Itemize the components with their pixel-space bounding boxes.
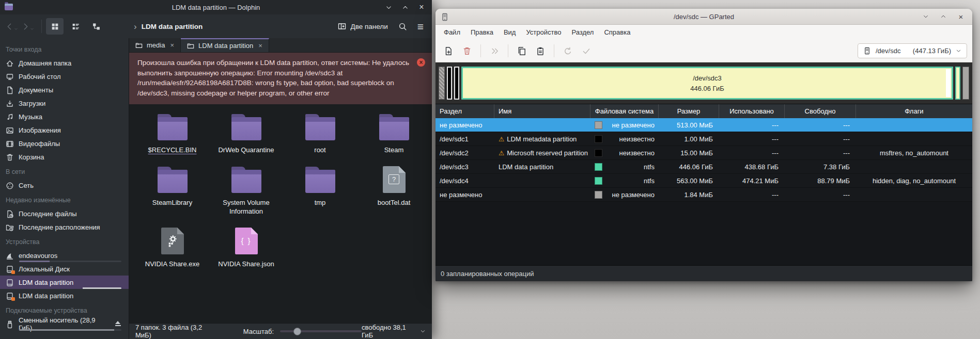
forward-button[interactable]: [21, 22, 34, 31]
maximize-icon[interactable]: [939, 12, 947, 21]
paste-button[interactable]: [533, 43, 548, 59]
file-item-tmp[interactable]: tmp: [286, 166, 355, 216]
details-view-button[interactable]: [67, 18, 84, 35]
column-header-partition[interactable]: Раздел: [435, 104, 494, 118]
sidebar-item-recent-locations[interactable]: Последние расположения: [0, 220, 129, 234]
home-icon: [6, 59, 14, 67]
sidebar-item-network[interactable]: Сеть: [0, 179, 129, 192]
sidebar-item-ldm-data-partition-2[interactable]: LDM data partition: [0, 289, 129, 302]
file-item-recycle-bin[interactable]: $RECYCLE.BIN: [138, 114, 207, 155]
partition-segment-unallocated[interactable]: [439, 67, 445, 100]
table-row-sdc3[interactable]: /dev/sdc3 LDM data partition ntfs 446.06…: [435, 160, 972, 174]
new-partition-button[interactable]: [441, 43, 456, 59]
sidebar-item-removable-media[interactable]: Сменный носитель (28,9 ГиБ): [0, 317, 129, 331]
file-item-steamlibrary[interactable]: SteamLibrary: [138, 166, 207, 216]
folder-icon: [158, 170, 188, 193]
menu-partition[interactable]: Раздел: [566, 26, 599, 39]
search-button[interactable]: [398, 22, 407, 31]
device-selector[interactable]: /dev/sdc (447.13 ГиБ): [858, 43, 967, 58]
menu-device[interactable]: Устройство: [521, 26, 566, 39]
file-item-root[interactable]: root: [286, 114, 355, 155]
sidebar-item-videos[interactable]: Видеофайлы: [0, 137, 129, 150]
disk-partition-bar: /dev/sdc3 446.06 ГиБ: [439, 67, 969, 100]
partition-segment-sdc3[interactable]: /dev/sdc3 446.06 ГиБ: [461, 67, 953, 100]
sidebar-item-downloads[interactable]: Загрузки: [0, 96, 129, 110]
column-header-size[interactable]: Размер: [659, 104, 719, 118]
sidebar-item-trash[interactable]: Корзина: [0, 150, 129, 164]
gparted-menubar: Файл Правка Вид Устройство Раздел Справк…: [435, 25, 972, 40]
file-item-nvidia-share-json[interactable]: { }NVIDIA Share.json: [212, 228, 281, 269]
column-header-name[interactable]: Имя: [494, 104, 590, 118]
file-item-system-volume-information[interactable]: System Volume Information: [212, 166, 281, 216]
sidebar-item-home[interactable]: Домашняя папка: [0, 56, 129, 70]
sidebar-item-desktop[interactable]: Рабочий стол: [0, 70, 129, 83]
tab-close-icon[interactable]: ×: [170, 41, 174, 49]
partition-segment-sdc1[interactable]: [447, 67, 452, 100]
partition-segment-sdc4[interactable]: [955, 67, 960, 100]
fs-color-swatch: [595, 135, 602, 143]
file-item-boottel-dat[interactable]: ?bootTel.dat: [360, 166, 429, 216]
undo-button[interactable]: [560, 43, 575, 59]
breadcrumb-label[interactable]: LDM data partition: [142, 23, 203, 30]
sidebar-item-images[interactable]: Изображения: [0, 123, 129, 137]
zoom-slider-handle[interactable]: [293, 328, 301, 335]
zoom-slider[interactable]: [280, 330, 362, 332]
maximize-icon[interactable]: [401, 3, 409, 11]
dolphin-titlebar[interactable]: LDM data partition — Dolphin ×: [0, 0, 432, 14]
tree-view-button[interactable]: [87, 18, 105, 35]
column-header-used[interactable]: Использовано: [719, 104, 785, 118]
table-row-sdc2[interactable]: /dev/sdc2 ⚠Microsoft reserved partition …: [435, 146, 972, 160]
tab-label[interactable]: LDM data partition: [198, 42, 253, 50]
sidebar-item-documents[interactable]: Документы: [0, 83, 129, 96]
copy-button[interactable]: [514, 43, 530, 59]
resize-move-button[interactable]: [487, 43, 502, 59]
file-item-nvidia-share-exe[interactable]: NVIDIA Share.exe: [138, 228, 207, 269]
search-icon: [398, 22, 407, 31]
network-icon: [6, 181, 14, 189]
menu-help[interactable]: Справка: [599, 26, 635, 39]
menu-edit[interactable]: Правка: [465, 26, 499, 39]
sidebar-item-ldm-data-partition[interactable]: LDM data partition: [0, 276, 129, 289]
minimize-icon[interactable]: [384, 3, 393, 11]
column-header-filesystem[interactable]: Файловая система: [590, 104, 659, 118]
toolbar-separator: [554, 44, 554, 57]
items-summary: 7 папок. 3 файла (3,2 МиБ): [135, 324, 213, 339]
close-icon[interactable]: ×: [957, 12, 965, 21]
sidebar-item-local-disk[interactable]: Локальный Диск: [0, 262, 129, 276]
tab-media[interactable]: media ×: [129, 38, 181, 52]
breadcrumb[interactable]: › LDM data partition: [134, 22, 203, 31]
tab-label[interactable]: media: [147, 41, 165, 49]
close-icon[interactable]: ×: [417, 3, 426, 11]
table-row-unallocated-1[interactable]: не размечено не размечено 513.00 МиБ ---…: [435, 118, 972, 132]
sidebar-item-recent-files[interactable]: Последние файлы: [0, 207, 129, 220]
folder-icon: [158, 117, 188, 140]
column-header-flags[interactable]: Флаги: [856, 104, 972, 118]
partition-segment-unallocated-2[interactable]: [962, 67, 969, 100]
menu-file[interactable]: Файл: [439, 26, 465, 39]
error-close-button[interactable]: ×: [417, 58, 425, 67]
column-header-free[interactable]: Свободно: [785, 104, 856, 118]
delete-partition-button[interactable]: [459, 43, 475, 59]
partition-segment-sdc2[interactable]: [454, 67, 459, 100]
table-row-unallocated-2[interactable]: не размечено не размечено 1.84 МиБ --- -…: [435, 188, 972, 202]
chevron-down-icon[interactable]: [420, 328, 426, 334]
menu-view[interactable]: Вид: [499, 26, 521, 39]
tab-ldm-data-partition[interactable]: LDM data partition ×: [181, 38, 269, 52]
split-view-button[interactable]: Две панели: [338, 22, 388, 30]
table-row-sdc4[interactable]: /dev/sdc4 ntfs 563.00 МиБ 474.21 МиБ 88.…: [435, 174, 972, 188]
minimize-icon[interactable]: [922, 12, 930, 21]
tree-view-icon: [92, 22, 101, 31]
sidebar-item-music[interactable]: Музыка: [0, 110, 129, 123]
icons-view-button[interactable]: [46, 18, 64, 35]
table-row-sdc1[interactable]: /dev/sdc1 ⚠LDM metadata partition неизве…: [435, 132, 972, 146]
folder-icon: [187, 42, 194, 50]
apply-button[interactable]: [579, 43, 594, 59]
eject-icon[interactable]: [115, 321, 121, 328]
file-item-steam[interactable]: Steam: [360, 114, 429, 155]
gparted-titlebar[interactable]: /dev/sdc — GParted ×: [435, 9, 972, 25]
sidebar-item-endeavouros[interactable]: endeavouros: [0, 249, 129, 262]
back-button[interactable]: [5, 22, 18, 31]
file-item-drweb-quarantine[interactable]: DrWeb Quarantine: [212, 114, 281, 155]
tab-close-icon[interactable]: ×: [258, 42, 262, 50]
hamburger-menu-button[interactable]: ≡: [417, 21, 424, 32]
